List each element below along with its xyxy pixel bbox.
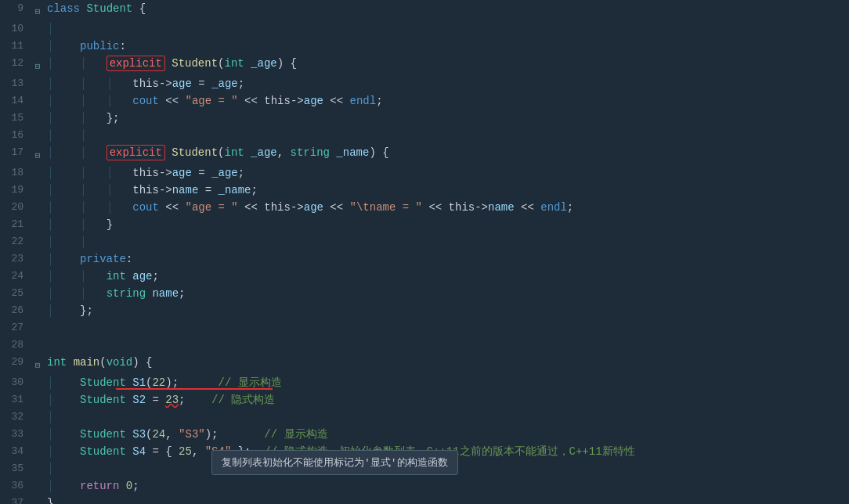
fold-icon (31, 250, 44, 268)
fold-icon (31, 38, 44, 55)
fold-icon (31, 495, 44, 504)
code-line: │ │ │ cout << "age = " << this->age << e… (44, 92, 849, 110)
line-number: 37 (0, 495, 31, 504)
line-number: 23 (0, 250, 31, 268)
table-row: 28 (0, 337, 849, 354)
code-line: } (44, 495, 849, 504)
table-row: 37 } (0, 495, 849, 504)
table-row: 17 ⊟ │ │ explicit Student(int _age, stri… (0, 144, 849, 164)
table-row: 31 │ Student S2 = 23; // 隐式构造 (0, 391, 849, 409)
code-line (44, 319, 849, 337)
fold-icon[interactable]: ⊟ (31, 55, 44, 75)
line-number: 21 (0, 216, 31, 233)
line-number: 33 (0, 426, 31, 443)
table-row: 22 │ │ (0, 233, 849, 250)
fold-icon (31, 337, 44, 354)
line-number: 14 (0, 92, 31, 110)
code-line: class Student { (44, 0, 849, 20)
line-number: 15 (0, 110, 31, 127)
code-line: │ │ (44, 127, 849, 144)
table-row: 32 │ (0, 409, 849, 426)
fold-icon (31, 409, 44, 426)
table-row: 10 │ (0, 20, 849, 38)
line-number: 20 (0, 199, 31, 216)
line-number: 11 (0, 38, 31, 55)
line-number: 30 (0, 374, 31, 391)
table-row: 33 │ Student S3(24, "S3"); // 显示构造 (0, 426, 849, 443)
table-row: 36 │ return 0; (0, 477, 849, 495)
fold-icon (31, 127, 44, 144)
fold-icon (31, 110, 44, 127)
code-line: │ return 0; (44, 477, 849, 495)
line-number: 9 (0, 0, 31, 20)
table-row: 15 │ │ }; (0, 110, 849, 127)
code-line: │ Student S2 = 23; // 隐式构造 (44, 391, 849, 409)
fold-icon (31, 443, 44, 460)
fold-icon (31, 164, 44, 182)
code-line: │ }; (44, 302, 849, 319)
code-editor: 9 ⊟ class Student { 10 │ 11 │ public: 12… (0, 0, 849, 504)
table-row: 9 ⊟ class Student { (0, 0, 849, 20)
fold-icon (31, 460, 44, 477)
code-line: │ (44, 20, 849, 38)
line-number: 10 (0, 20, 31, 38)
tooltip-text: 复制列表初始化不能使用标记为'显式'的构造函数 (222, 457, 448, 469)
line-number: 26 (0, 302, 31, 319)
code-line: │ Student S3(24, "S3"); // 显示构造 (44, 426, 849, 443)
code-line: │ │ }; (44, 110, 849, 127)
code-line: │ │ (44, 233, 849, 250)
code-line: │ │ explicit Student(int _age) { (44, 55, 849, 75)
table-row: 29 ⊟ int main(void) { (0, 354, 849, 374)
line-number: 36 (0, 477, 31, 495)
line-number: 28 (0, 337, 31, 354)
code-line: │ │ string name; (44, 285, 849, 302)
fold-icon[interactable]: ⊟ (31, 354, 44, 374)
fold-icon (31, 319, 44, 337)
table-row: 27 (0, 319, 849, 337)
code-line: │ public: (44, 38, 849, 55)
line-number: 32 (0, 409, 31, 426)
code-line: │ │ │ cout << "age = " << this->age << "… (44, 199, 849, 216)
fold-icon (31, 302, 44, 319)
fold-icon (31, 268, 44, 285)
code-line: │ (44, 409, 849, 426)
fold-icon (31, 477, 44, 495)
fold-icon[interactable]: ⊟ (31, 144, 44, 164)
line-number: 31 (0, 391, 31, 409)
table-row: 18 │ │ │ this->age = _age; (0, 164, 849, 182)
table-row: 13 │ │ │ this->age = _age; (0, 75, 849, 92)
fold-icon (31, 285, 44, 302)
line-number: 35 (0, 460, 31, 477)
line-number: 25 (0, 285, 31, 302)
fold-icon (31, 426, 44, 443)
fold-icon (31, 92, 44, 110)
code-table: 9 ⊟ class Student { 10 │ 11 │ public: 12… (0, 0, 849, 504)
fold-icon (31, 391, 44, 409)
code-line: int main(void) { (44, 354, 849, 374)
table-row: 11 │ public: (0, 38, 849, 55)
code-line: │ private: (44, 250, 849, 268)
code-line (44, 337, 849, 354)
tooltip-box: 复制列表初始化不能使用标记为'显式'的构造函数 (211, 450, 458, 475)
fold-icon (31, 374, 44, 391)
line-number: 29 (0, 354, 31, 374)
table-row: 23 │ private: (0, 250, 849, 268)
line-number: 16 (0, 127, 31, 144)
fold-icon (31, 199, 44, 216)
fold-icon (31, 233, 44, 250)
table-row: 26 │ }; (0, 302, 849, 319)
line-number: 12 (0, 55, 31, 75)
fold-icon (31, 75, 44, 92)
table-row: 16 │ │ (0, 127, 849, 144)
table-row: 14 │ │ │ cout << "age = " << this->age <… (0, 92, 849, 110)
line-number: 13 (0, 75, 31, 92)
fold-icon (31, 182, 44, 199)
table-row: 19 │ │ │ this->name = _name; (0, 182, 849, 199)
table-row: 12 ⊟ │ │ explicit Student(int _age) { (0, 55, 849, 75)
fold-icon (31, 216, 44, 233)
code-line: │ │ │ this->name = _name; (44, 182, 849, 199)
code-line: │ │ } (44, 216, 849, 233)
code-line: │ │ int age; (44, 268, 849, 285)
fold-icon[interactable]: ⊟ (31, 0, 44, 20)
line-number: 24 (0, 268, 31, 285)
